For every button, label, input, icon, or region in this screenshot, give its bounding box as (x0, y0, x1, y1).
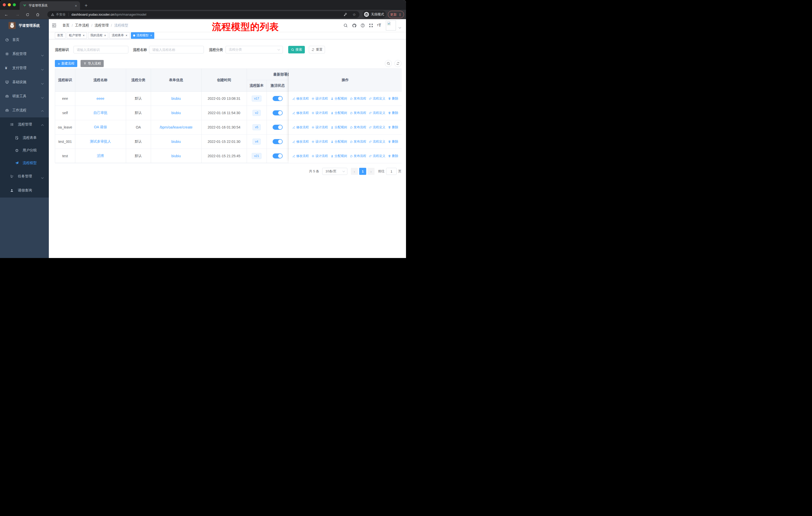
tag-流程表单[interactable]: 流程表单× (110, 32, 129, 39)
active-toggle[interactable] (272, 125, 283, 130)
action-删除[interactable]: 删除 (388, 140, 398, 144)
tag-我的流程[interactable]: 我的流程× (88, 32, 108, 39)
reset-button[interactable]: 重置 (309, 46, 325, 53)
form-link[interactable]: biubiu (171, 154, 181, 158)
tag-close-icon[interactable]: × (104, 34, 106, 37)
action-流程定义[interactable]: 流程定义 (369, 154, 385, 158)
sidebar-item-基础设施[interactable]: 基础设施 (0, 75, 49, 89)
create-process-button[interactable]: + 新建流程 (55, 60, 77, 67)
action-删除[interactable]: 删除 (388, 97, 398, 101)
action-发布流程[interactable]: 发布流程 (350, 140, 366, 144)
breadcrumb-item[interactable]: 流程管理 (95, 23, 109, 28)
action-删除[interactable]: 删除 (388, 154, 398, 158)
sidebar-item-用户分组[interactable]: 用户分组 (0, 144, 49, 157)
action-流程定义[interactable]: 流程定义 (369, 125, 385, 130)
breadcrumb-item[interactable]: 首页 (62, 23, 69, 28)
traffic-light-close[interactable] (3, 3, 6, 6)
tag-close-icon[interactable]: × (150, 34, 152, 37)
sidebar-item-流程表单[interactable]: 流程表单 (0, 132, 49, 144)
action-设计流程[interactable]: 设计流程 (311, 125, 328, 130)
sidebar-item-任务管理[interactable]: 任务管理 (0, 169, 49, 184)
action-删除[interactable]: 删除 (388, 111, 398, 115)
search-button[interactable]: 搜索 (288, 46, 305, 53)
password-key-icon[interactable] (343, 12, 347, 17)
hamburger-icon[interactable] (52, 23, 57, 28)
form-link[interactable]: biubiu (171, 140, 181, 144)
active-toggle[interactable] (272, 139, 283, 144)
sidebar-item-工作流程[interactable]: 工作流程 (0, 103, 49, 117)
name-link[interactable]: OA 请假 (94, 125, 107, 130)
action-修改流程[interactable]: 修改流程 (292, 154, 309, 158)
name-link[interactable]: 滔博 (97, 154, 104, 158)
action-设计流程[interactable]: 设计流程 (311, 154, 328, 158)
action-发布流程[interactable]: 发布流程 (350, 125, 366, 130)
action-设计流程[interactable]: 设计流程 (311, 140, 328, 144)
browser-update-menu[interactable]: 更新 ⋮ (388, 11, 404, 18)
sidebar-item-支付管理[interactable]: ¥支付管理 (0, 61, 49, 75)
table-search-toggle-button[interactable] (385, 60, 392, 67)
current-page-button[interactable]: 1 (359, 168, 366, 175)
import-process-button[interactable]: 导入流程 (81, 60, 104, 67)
action-发布流程[interactable]: 发布流程 (350, 97, 366, 101)
action-分配规则[interactable]: 分配规则 (330, 125, 347, 130)
traffic-light-minimize[interactable] (8, 3, 11, 6)
active-toggle[interactable] (272, 154, 283, 159)
browser-tab[interactable]: 芋道管理系统 × (20, 1, 80, 10)
filter-key-input[interactable] (74, 46, 128, 53)
sidebar-item-流程模型[interactable]: 流程模型 (0, 157, 49, 169)
tab-close-icon[interactable]: × (75, 3, 77, 8)
active-toggle[interactable] (272, 110, 283, 115)
active-toggle[interactable] (272, 96, 283, 101)
fullscreen-icon[interactable] (368, 22, 374, 28)
app-logo-row[interactable]: 芋道管理系统 (0, 19, 49, 32)
tag-流程模型[interactable]: 流程模型× (131, 32, 154, 39)
reload-icon[interactable] (24, 11, 31, 18)
action-分配规则[interactable]: 分配规则 (330, 154, 347, 158)
action-修改流程[interactable]: 修改流程 (292, 140, 309, 144)
font-size-icon[interactable]: TT (376, 22, 382, 28)
prev-page-button[interactable]: ‹ (351, 168, 358, 175)
sidebar-item-请假查询[interactable]: 请假查询 (0, 184, 49, 197)
tag-close-icon[interactable]: × (125, 34, 127, 37)
sidebar-item-系统管理[interactable]: 系统管理 (0, 47, 49, 61)
home-icon[interactable] (34, 11, 41, 18)
sidebar-item-研发工具[interactable]: 研发工具 (0, 89, 49, 103)
tag-首页[interactable]: 首页 (55, 32, 65, 39)
action-修改流程[interactable]: 修改流程 (292, 125, 309, 130)
action-流程定义[interactable]: 流程定义 (369, 97, 385, 101)
new-tab-button[interactable]: + (83, 2, 90, 9)
action-发布流程[interactable]: 发布流程 (350, 154, 366, 158)
filter-category-select[interactable]: 流程分类 (226, 46, 283, 53)
page-size-select[interactable]: 10条/页 (322, 168, 347, 175)
tag-close-icon[interactable]: × (83, 34, 85, 37)
header-search-icon[interactable] (343, 22, 349, 28)
name-link[interactable]: 测试多审批人 (90, 139, 111, 144)
traffic-light-maximize[interactable] (13, 3, 16, 6)
name-link[interactable]: 自己审批 (93, 111, 108, 115)
table-refresh-button[interactable] (395, 60, 402, 67)
action-删除[interactable]: 删除 (388, 125, 398, 130)
avatar-caret-icon[interactable] (399, 25, 401, 29)
action-修改流程[interactable]: 修改流程 (292, 97, 309, 101)
bookmark-star-icon[interactable]: ☆ (353, 12, 356, 17)
action-流程定义[interactable]: 流程定义 (369, 111, 385, 115)
back-icon[interactable]: ← (3, 11, 9, 18)
action-发布流程[interactable]: 发布流程 (350, 111, 366, 115)
next-page-button[interactable]: › (368, 168, 375, 175)
sidebar-item-首页[interactable]: 首页 (0, 33, 49, 47)
action-分配规则[interactable]: 分配规则 (330, 97, 347, 101)
address-bar[interactable]: 不安全 dashboard.yudao.iocoder.cn/bpm/manag… (47, 11, 359, 18)
action-修改流程[interactable]: 修改流程 (292, 111, 309, 115)
tag-租户管理[interactable]: 租户管理× (67, 32, 87, 39)
action-分配规则[interactable]: 分配规则 (330, 140, 347, 144)
action-分配规则[interactable]: 分配规则 (330, 111, 347, 115)
forward-icon[interactable]: → (14, 11, 21, 18)
breadcrumb-item[interactable]: 工作流程 (75, 23, 89, 28)
action-设计流程[interactable]: 设计流程 (311, 111, 328, 115)
form-link[interactable]: /bpm/oa/leave/create (160, 125, 193, 129)
form-link[interactable]: biubiu (171, 97, 181, 101)
github-icon[interactable] (351, 22, 357, 28)
goto-page-input[interactable] (386, 168, 397, 175)
sidebar-item-流程管理[interactable]: 流程管理 (0, 117, 49, 132)
name-link[interactable]: eeee (96, 97, 104, 101)
